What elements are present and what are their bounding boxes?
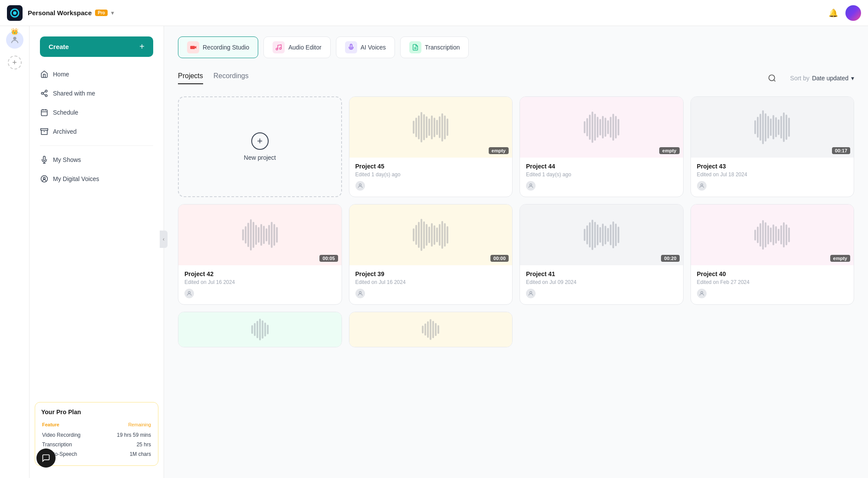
project-card-40[interactable]: empty Project 40 Edited on Feb 27 2024 [690,204,855,305]
project-owner-44 [526,181,536,191]
card-info-44: Project 44 Edited 1 day(s) ago [520,158,683,197]
project-title-42: Project 42 [184,270,335,277]
empty-badge-45: empty [489,147,509,154]
project-card-42[interactable]: 00:05 Project 42 Edited on Jul 16 2024 [178,204,342,305]
sort-chevron-icon: ▾ [851,75,854,82]
project-date-39: Edited on Jul 16 2024 [355,279,506,285]
tab-recording-studio[interactable]: Recording Studio [178,36,258,58]
svg-point-4 [45,90,47,92]
sort-value: Date updated [812,75,848,82]
pro-plan-row-transcription: Transcription 25 hrs [42,440,151,449]
calendar-icon [40,108,49,117]
svg-point-21 [279,48,281,49]
waveform-icon [251,319,269,340]
project-title-44: Project 44 [526,163,677,170]
project-owner-39 [355,289,365,298]
waveform-icon [422,319,439,340]
empty-badge-44: empty [659,147,679,154]
card-thumbnail-bottom [178,312,342,347]
recording-studio-label: Recording Studio [203,44,249,51]
project-card-bottom-2[interactable] [349,312,513,347]
project-title-41: Project 41 [526,270,677,277]
new-project-card[interactable]: + New project [178,96,342,197]
waveform-icon [242,219,278,251]
duration-badge-43: 00:17 [832,147,850,154]
workspace-name: Personal Workspace [28,9,92,16]
sort-dropdown[interactable]: Sort by Date updated ▾ [790,75,854,82]
project-title-40: Project 40 [697,270,848,277]
tab-projects[interactable]: Projects [178,72,203,84]
studio-tabs: Recording Studio Audio Editor AI Voices … [178,36,854,58]
svg-point-6 [45,95,47,97]
project-date-43: Edited on Jul 18 2024 [697,171,848,178]
card-info-42: Project 42 Edited on Jul 16 2024 [178,265,342,304]
add-workspace-button[interactable]: + [8,56,22,69]
project-owner-41 [526,289,536,298]
ai-voices-label: AI Voices [361,44,386,51]
sidebar-collapse-button[interactable]: ‹ [160,231,168,248]
transcription-remaining: 25 hrs [100,440,151,449]
new-project-label: New project [244,154,276,161]
archive-icon [40,127,49,136]
sidebar-item-archived-label: Archived [53,128,76,135]
workspace-avatar[interactable]: 👑 [6,31,23,49]
sidebar-item-shared[interactable]: Shared with me [35,85,158,102]
card-info-41: Project 41 Edited on Jul 09 2024 [520,265,683,304]
project-card-bottom-1[interactable] [178,312,342,347]
transcription-icon [409,41,421,53]
sort-label: Sort by [790,75,809,82]
card-info-40: Project 40 Edited on Feb 27 2024 [691,265,854,304]
svg-point-27 [530,184,532,186]
sidebar-item-shows[interactable]: My Shows [35,151,158,168]
crown-icon: 👑 [11,28,18,35]
sidebar-item-shows-label: My Shows [53,156,81,163]
svg-point-5 [41,92,43,95]
transcription-label: Transcription [425,44,460,51]
sidebar-item-voices[interactable]: My Digital Voices [35,170,158,188]
card-thumbnail-43: 00:17 [691,97,854,158]
tab-ai-voices[interactable]: AI Voices [336,36,395,58]
chat-button[interactable] [36,448,56,468]
project-card-43[interactable]: 00:17 Project 43 Edited on Jul 18 2024 [690,96,855,197]
tab-recordings[interactable]: Recordings [214,72,249,84]
project-card-41[interactable]: 00:20 Project 41 Edited on Jul 09 2024 [519,204,684,305]
svg-point-31 [530,291,532,293]
project-title-39: Project 39 [355,270,506,277]
transcription-label: Transcription [42,440,99,449]
recording-studio-icon [187,41,199,53]
sidebar-item-home[interactable]: Home [35,66,158,83]
card-info-45: Project 45 Edited 1 day(s) ago [349,158,513,197]
project-card-44[interactable]: empty Project 44 Edited 1 day(s) ago [519,96,684,197]
topbar: Personal Workspace Pro ▾ 🔔 [0,0,868,26]
card-info-43: Project 43 Edited on Jul 18 2024 [691,158,854,197]
card-thumbnail-bottom-2 [349,312,513,347]
svg-point-24 [769,75,774,81]
notifications-button[interactable]: 🔔 [826,6,840,20]
topbar-right: 🔔 [826,5,861,21]
project-card-39[interactable]: 00:00 Project 39 Edited on Jul 16 2024 [349,204,513,305]
svg-point-32 [700,291,703,293]
avatar[interactable] [845,5,861,21]
tab-audio-editor[interactable]: Audio Editor [263,36,330,58]
project-card-45[interactable]: empty Project 45 Edited 1 day(s) ago [349,96,513,197]
create-button[interactable]: Create + [40,36,153,57]
svg-point-2 [13,11,16,15]
workspace-selector[interactable]: Personal Workspace Pro ▾ [28,9,114,16]
project-owner-40 [697,289,707,298]
duration-badge-42: 00:05 [319,255,338,262]
svg-rect-9 [41,110,47,116]
waveform-icon [584,112,619,143]
narrow-sidebar: 👑 + [0,0,30,478]
mic-icon [40,155,49,164]
svg-point-26 [359,184,361,186]
voice-icon [40,175,49,183]
app-logo[interactable] [7,5,23,21]
svg-point-29 [188,291,191,293]
search-button[interactable] [764,70,780,86]
svg-point-30 [359,291,361,293]
content-tabs-bar: Projects Recordings Sort by Date updated… [178,70,854,86]
sidebar-item-archived[interactable]: Archived [35,123,158,140]
tab-transcription[interactable]: Transcription [400,36,469,58]
create-plus-icon: + [139,42,145,52]
sidebar-item-schedule[interactable]: Schedule [35,104,158,121]
